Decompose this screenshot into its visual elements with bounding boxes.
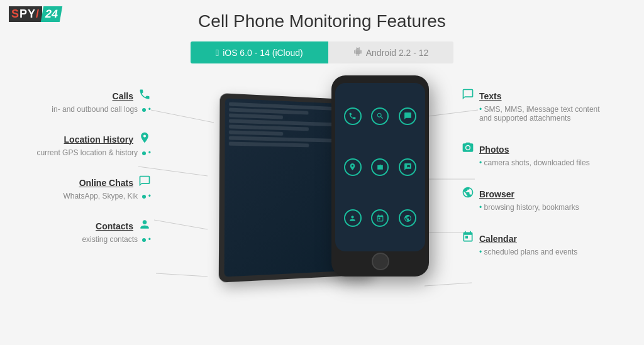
tablet-row-6 <box>229 130 283 135</box>
feature-location-sub: current GPS location & history <box>0 148 151 157</box>
left-features: Calls in- and outbound call logs Locatio… <box>0 88 176 261</box>
phone-screen-icon-whatsapp <box>399 158 416 176</box>
feature-location-title-row: Location History <box>0 131 151 147</box>
phone-home-button <box>372 253 389 270</box>
feature-calendar-sub: scheduled plans and events <box>462 248 644 256</box>
feature-texts: Texts SMS, MMS, iMessage text content an… <box>455 88 644 123</box>
feature-calls-sub: in- and outbound call logs <box>0 105 151 114</box>
feature-contacts-title-row: Contacts <box>0 218 151 234</box>
logo[interactable]: SPY/ 24 <box>9 6 61 22</box>
svg-point-8 <box>466 146 469 149</box>
feature-photos-sub: camera shots, downloaded files <box>462 158 644 167</box>
tab-ios-label: iOS 6.0 - 14 (iCloud) <box>223 48 303 58</box>
browser-icon <box>462 186 474 202</box>
feature-location-title: Location History <box>64 134 133 145</box>
android-icon <box>353 47 362 58</box>
phone-shape <box>331 75 429 277</box>
feature-calendar-title: Calendar <box>479 234 517 244</box>
phone-screen-icon-photo <box>371 158 389 176</box>
phone-screen <box>335 83 425 251</box>
tablet-row-3 <box>229 113 283 119</box>
feature-texts-title-row: Texts <box>462 88 644 104</box>
phone-screen-icon-calls <box>344 107 362 125</box>
tab-ios[interactable]:  iOS 6.0 - 14 (iCloud) <box>191 41 328 63</box>
tablet-row-8 <box>229 142 309 148</box>
feature-photos-title-row: Photos <box>462 141 644 157</box>
contacts-icon <box>138 218 151 234</box>
feature-calendar-title-row: Calendar <box>462 231 644 246</box>
tablet-row-7 <box>229 136 335 142</box>
feature-browser: Browser browsing history, bookmarks <box>455 186 644 212</box>
feature-chats-title-row: Online Chats <box>0 175 151 190</box>
feature-texts-title: Texts <box>479 91 502 101</box>
feature-calls-title-row: Calls <box>0 88 151 104</box>
feature-calls-title: Calls <box>113 91 133 101</box>
phone-screen-icon-chat <box>399 107 416 125</box>
feature-contacts-sub: existing contacts <box>0 235 151 244</box>
tab-android-label: Android 2.2 - 12 <box>366 48 429 58</box>
logo-spy-text: SPY/ <box>9 6 42 22</box>
feature-photos-title: Photos <box>479 145 509 155</box>
phone-screen-icon-browser <box>399 209 416 227</box>
feature-chats-title: Online Chats <box>79 178 133 188</box>
feature-location: Location History current GPS location & … <box>0 131 176 157</box>
feature-browser-sub: browsing history, bookmarks <box>462 203 644 212</box>
feature-photos: Photos camera shots, downloaded files <box>455 141 644 167</box>
tab-android[interactable]: Android 2.2 - 12 <box>328 41 454 63</box>
feature-chats-sub: WhatsApp, Skype, Kik <box>0 192 151 200</box>
logo-24-text: 24 <box>41 6 62 22</box>
features-area: Calls in- and outbound call logs Locatio… <box>0 69 644 333</box>
location-icon <box>138 131 151 147</box>
phone-screen-icon-calendar <box>371 209 389 227</box>
tablet-row-5 <box>229 124 309 131</box>
calendar-icon <box>462 231 474 246</box>
calls-icon <box>138 88 151 104</box>
right-features: Texts SMS, MMS, iMessage text content an… <box>455 88 644 275</box>
texts-icon <box>462 88 474 104</box>
feature-chats: Online Chats WhatsApp, Skype, Kik <box>0 175 176 200</box>
feature-calendar: Calendar scheduled plans and events <box>455 231 644 256</box>
phone-screen-icon-contact <box>344 209 362 227</box>
apple-icon:  <box>216 47 219 58</box>
svg-line-3 <box>156 273 208 277</box>
feature-contacts: Contacts existing contacts <box>0 218 176 244</box>
phone-screen-icon-location <box>344 158 362 176</box>
chats-icon <box>138 175 151 190</box>
feature-calls: Calls in- and outbound call logs <box>0 88 176 114</box>
page-title: Cell Phone Monitoring Features <box>0 0 644 31</box>
feature-browser-title: Browser <box>479 189 514 199</box>
tab-row:  iOS 6.0 - 14 (iCloud) Android 2.2 - 12 <box>0 41 644 63</box>
device-illustration <box>209 69 435 327</box>
feature-texts-sub1: SMS, MMS, iMessage text content <box>462 105 644 114</box>
feature-contacts-title: Contacts <box>96 221 133 231</box>
feature-texts-sub2: and supported attachments <box>462 114 644 123</box>
feature-browser-title-row: Browser <box>462 186 644 202</box>
phone-screen-icon-search <box>371 107 389 125</box>
photos-icon <box>462 141 474 157</box>
page-wrapper: SPY/ 24 Cell Phone Monitoring Features … <box>0 0 644 345</box>
